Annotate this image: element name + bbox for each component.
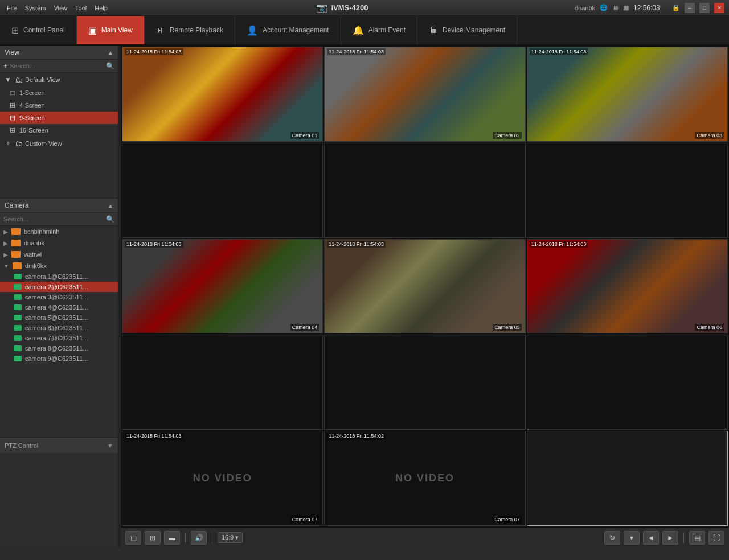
no-video-text-2: NO VIDEO: [395, 472, 454, 484]
maximize-button[interactable]: □: [699, 3, 710, 13]
close-button[interactable]: ✕: [714, 3, 724, 13]
lock-icon: 🔒: [672, 4, 680, 11]
video-cell-2[interactable]: 11-24-2018 Fri 11:54:03 Camera 02: [324, 47, 525, 142]
tree-item-9-screen[interactable]: ⊟ 9-Screen: [0, 112, 118, 124]
cam-online-icon-9: [14, 356, 22, 361]
camera-item-9[interactable]: camera 9@C623511...: [0, 353, 118, 364]
camera-group-doanbk[interactable]: ▶ doanbk: [0, 237, 118, 249]
tree-item-default-view[interactable]: ▼ 🗂 Default View: [0, 73, 118, 87]
camera-item-6[interactable]: camera 6@C623511...: [0, 323, 118, 333]
control-panel-icon: ⊞: [11, 25, 19, 36]
group-label-dmk6kx: dmk6kx: [25, 262, 47, 269]
group-label-bchbinhminh: bchbinhminh: [24, 228, 59, 235]
video-cell-6[interactable]: [527, 143, 728, 238]
video-cell-3[interactable]: 11-24-2018 Fri 11:54:03 Camera 03: [527, 47, 728, 142]
cam-online-icon-4: [14, 304, 22, 310]
camera-label-4: camera 4@C623511...: [25, 304, 88, 311]
layout-view-button[interactable]: ▤: [689, 531, 705, 545]
cam8-timestamp: 11-24-2018 Fri 11:54:02: [327, 433, 386, 439]
fullscreen-button[interactable]: ⛶: [708, 531, 724, 545]
video-cell-13[interactable]: 11-24-2018 Fri 11:54:03 NO VIDEO Camera …: [122, 431, 323, 526]
next-button[interactable]: ►: [662, 531, 678, 545]
monitor-icon: 🖥: [612, 5, 619, 11]
default-view-icon: 🗂: [15, 75, 23, 84]
titlebar: File System View Tool Help 📷 iVMS-4200 d…: [0, 0, 729, 16]
camera-search-icon[interactable]: 🔍: [106, 215, 114, 223]
camera-group-watrwl[interactable]: ▶ watrwl: [0, 249, 118, 260]
camera-section-label: Camera: [5, 201, 29, 209]
camera-item-5[interactable]: camera 5@C623511...: [0, 312, 118, 323]
video-cell-8[interactable]: 11-24-2018 Fri 11:54:03 Camera 05: [324, 239, 525, 334]
prev-button[interactable]: ◄: [643, 531, 659, 545]
video-cell-12[interactable]: [527, 335, 728, 430]
tab-alarm-event[interactable]: 🔔 Alarm Event: [341, 16, 417, 44]
view-search-icon[interactable]: 🔍: [106, 62, 114, 70]
refresh-dropdown-button[interactable]: ▾: [624, 531, 640, 545]
video-cell-9[interactable]: 11-24-2018 Fri 11:54:03 Camera 06: [527, 239, 728, 334]
minimize-button[interactable]: –: [685, 3, 695, 13]
menu-tool[interactable]: Tool: [73, 5, 89, 11]
tree-item-16-screen[interactable]: ⊞ 16-Screen: [0, 124, 118, 137]
add-view-button[interactable]: +: [3, 62, 7, 70]
cam2-label: Camera 02: [493, 132, 522, 139]
camera-search-box: 🔍: [0, 213, 118, 226]
cam-online-icon-1: [14, 274, 22, 279]
camera-item-7[interactable]: camera 7@C623511...: [0, 333, 118, 343]
video-cell-11[interactable]: [324, 335, 525, 430]
tab-main-view[interactable]: ▣ Main View: [77, 16, 145, 44]
group-icon-bchbinhminh: [11, 228, 21, 235]
ptz-expand-icon[interactable]: ▼: [107, 442, 113, 449]
quad-screen-button[interactable]: ⊞: [145, 531, 161, 545]
view-search-input[interactable]: [10, 63, 104, 69]
camera-item-2[interactable]: camera 2@C623511...: [0, 282, 118, 292]
video-cell-10[interactable]: [122, 335, 323, 430]
app-title: 📷 iVMS-4200: [316, 2, 368, 13]
video-cell-5[interactable]: [324, 143, 525, 238]
camera-group-dmk6kx[interactable]: ▼ dmk6kx: [0, 260, 118, 271]
video-cell-7[interactable]: 11-24-2018 Fri 11:54:03 Camera 04: [122, 239, 323, 334]
camera-section-toggle[interactable]: ▲: [108, 203, 113, 209]
single-screen-button[interactable]: ▢: [125, 531, 141, 545]
aspect-ratio-selector[interactable]: 16:9 ▾: [218, 532, 243, 543]
tab-account-management-label: Account Management: [263, 26, 329, 34]
tree-item-1-screen[interactable]: □ 1-Screen: [0, 87, 118, 99]
camera-item-3[interactable]: camera 3@C623511...: [0, 292, 118, 302]
refresh-button[interactable]: ↻: [604, 531, 620, 545]
globe-icon: 🌐: [600, 4, 608, 11]
menu-view[interactable]: View: [51, 5, 69, 11]
camera-section-header: Camera ▲: [0, 199, 118, 213]
tab-bar: ⊞ Control Panel ▣ Main View ⏯ Remote Pla…: [0, 16, 729, 46]
camera-section: Camera ▲ 🔍 ▶ bchbinhminh ▶ doanbk: [0, 198, 118, 437]
toolbar-separator-1: [185, 532, 186, 543]
camera-item-8[interactable]: camera 8@C623511...: [0, 343, 118, 353]
camera-item-4[interactable]: camera 4@C623511...: [0, 302, 118, 312]
menu-system[interactable]: System: [23, 5, 48, 11]
camera-label-8: camera 8@C623511...: [25, 345, 88, 352]
tab-remote-playback[interactable]: ⏯ Remote Playback: [145, 16, 235, 44]
tree-item-custom-view[interactable]: + 🗂 Custom View: [0, 137, 118, 150]
camera-item-1[interactable]: camera 1@C623511...: [0, 271, 118, 282]
menu-file[interactable]: File: [5, 5, 19, 11]
video-cell-1[interactable]: 11-24-2018 Fri 11:54:03 Camera 01: [122, 47, 323, 142]
group-expand-dmk6kx: ▼: [3, 263, 9, 269]
tab-device-management[interactable]: 🖥 Device Management: [417, 16, 517, 44]
custom-view-label: Custom View: [25, 140, 62, 147]
audio-button[interactable]: 🔊: [191, 531, 207, 545]
camera-group-bchbinhminh[interactable]: ▶ bchbinhminh: [0, 226, 118, 237]
view-section-toggle[interactable]: ▲: [108, 50, 113, 56]
tree-item-4-screen[interactable]: ⊞ 4-Screen: [0, 99, 118, 112]
camera-search-input[interactable]: [3, 216, 104, 223]
menu-help[interactable]: Help: [92, 5, 110, 11]
video-cell-14[interactable]: 11-24-2018 Fri 11:54:02 NO VIDEO Camera …: [324, 431, 525, 526]
full-screen-button[interactable]: ▬: [164, 531, 180, 545]
group-label-doanbk: doanbk: [24, 240, 44, 246]
custom-view-expand-icon: +: [3, 139, 13, 147]
camera-label-6: camera 6@C623511...: [25, 324, 88, 331]
video-cell-4[interactable]: [122, 143, 323, 238]
video-cell-15[interactable]: [527, 431, 728, 526]
tab-remote-playback-label: Remote Playback: [170, 26, 223, 34]
tab-account-management[interactable]: 👤 Account Management: [235, 16, 341, 44]
tab-control-panel[interactable]: ⊞ Control Panel: [0, 16, 77, 44]
bottom-toolbar: ▢ ⊞ ▬ 🔊 16:9 ▾ ↻ ▾ ◄ ► ▤ ⛶: [121, 527, 729, 547]
view-search-box: + 🔍: [0, 60, 118, 73]
